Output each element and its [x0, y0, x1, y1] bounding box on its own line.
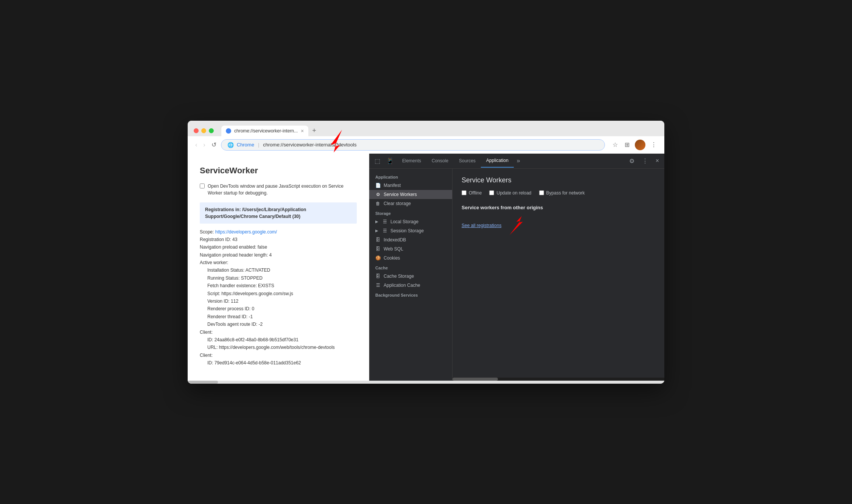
sidebar-section-background: Background Services [369, 290, 452, 299]
scope-label: Scope: [200, 229, 214, 235]
debug-checkbox-label: Open DevTools window and pause JavaScrip… [208, 183, 357, 196]
devtools-menu-button[interactable]: ⋮ [639, 155, 651, 167]
sidebar-item-session-storage[interactable]: ▶ ☰ Session Storage [369, 226, 452, 235]
update-on-reload-checkbox[interactable] [489, 190, 494, 195]
worker-line-12: DevTools agent route ID: -2 [200, 320, 357, 328]
url-bar[interactable]: 🌐 Chrome | chrome://serviceworker-intern… [221, 139, 605, 151]
browser-tab[interactable]: chrome://serviceworker-intern... × [221, 126, 308, 136]
offline-option[interactable]: Offline [462, 190, 482, 196]
worker-line-7: Fetch handler existence: EXISTS [200, 282, 357, 289]
tab-bar: chrome://serviceworker-intern... × + [221, 125, 319, 136]
tab-console[interactable]: Console [426, 154, 454, 167]
page-scrollbar [188, 381, 664, 384]
url-site: Chrome [237, 142, 254, 148]
devtools-panel: ⬚ 📱 Elements Console Sources Application… [369, 154, 664, 381]
tab-close-button[interactable]: × [301, 128, 304, 134]
manifest-icon: 📄 [375, 183, 381, 188]
devtools-sidebar: Application 📄 Manifest ⚙ Service Workers… [369, 169, 452, 381]
bypass-for-network-label: Bypass for network [546, 190, 585, 196]
web-sql-icon: 🗄 [375, 246, 381, 252]
debug-checkbox-row: Open DevTools window and pause JavaScrip… [200, 183, 357, 196]
bypass-for-network-checkbox[interactable] [539, 190, 544, 195]
other-origins-section: Service workers from other origins See a… [462, 205, 655, 237]
bypass-for-network-option[interactable]: Bypass for network [539, 190, 585, 196]
sidebar-section-application: Application [369, 172, 452, 181]
browser-toolbar-right: ☆ ⊞ ⋮ [611, 140, 658, 150]
update-on-reload-option[interactable]: Update on reload [489, 190, 531, 196]
registration-box: Registrations in: /Users/jec/Library/App… [200, 202, 357, 224]
bookmark-button[interactable]: ☆ [611, 140, 619, 150]
scope-url-link[interactable]: https://developers.google.com/ [215, 229, 277, 235]
new-tab-button[interactable]: + [309, 125, 319, 136]
worker-line-6: Running Status: STOPPED [200, 274, 357, 282]
panel-scrollbar-thumb[interactable] [452, 378, 498, 381]
sidebar-item-session-storage-label: Session Storage [390, 228, 424, 233]
sidebar-item-service-workers[interactable]: ⚙ Service Workers [369, 190, 452, 199]
worker-line-5: Installation Status: ACTIVATED [200, 266, 357, 274]
sidebar-item-web-sql-label: Web SQL [384, 246, 403, 252]
worker-line-13: Client: [200, 328, 357, 336]
reload-button[interactable]: ↺ [210, 140, 218, 150]
sidebar-item-indexeddb[interactable]: 🗄 IndexedDB [369, 235, 452, 244]
main-content: ServiceWorker Open DevTools window and p… [188, 154, 664, 381]
worker-line-8: Script: https://developers.google.com/sw… [200, 290, 357, 297]
session-storage-expand-icon: ▶ [375, 229, 378, 233]
sidebar-item-web-sql[interactable]: 🗄 Web SQL [369, 244, 452, 254]
sidebar-item-application-cache-label: Application Cache [384, 283, 420, 288]
tab-label: chrome://serviceworker-intern... [234, 128, 298, 134]
user-avatar[interactable] [635, 140, 645, 150]
see-all-registrations-link[interactable]: See all registrations [462, 223, 501, 228]
sidebar-item-clear-storage[interactable]: 🗑 Clear storage [369, 199, 452, 208]
sidebar-item-cookies-label: Cookies [384, 255, 400, 261]
browser-window: chrome://serviceworker-intern... × + ‹ ›… [188, 121, 664, 384]
sidebar-section-storage: Storage [369, 208, 452, 217]
tab-sources[interactable]: Sources [454, 154, 481, 167]
close-traffic-light[interactable] [194, 128, 199, 133]
worker-line-3: Navigation preload header length: 4 [200, 251, 357, 259]
tab-favicon [226, 128, 231, 134]
devtools-settings-button[interactable]: ⚙ [626, 155, 637, 167]
application-cache-icon: ☰ [375, 283, 381, 288]
page-scrollbar-thumb[interactable] [188, 381, 218, 384]
devtools-main-panel: Service Workers Offline Update on reload [452, 169, 664, 381]
worker-line-4: Active worker: [200, 259, 357, 266]
sidebar-item-local-storage[interactable]: ▶ ☰ Local Storage [369, 217, 452, 226]
worker-line-15: URL: https://developers.google.com/web/t… [200, 344, 357, 351]
maximize-traffic-light[interactable] [209, 128, 214, 133]
panel-scrollbar [452, 378, 664, 381]
debug-checkbox[interactable] [200, 184, 205, 188]
sidebar-item-application-cache[interactable]: ☰ Application Cache [369, 281, 452, 290]
sidebar-item-indexeddb-label: IndexedDB [384, 237, 406, 243]
sidebar-item-cache-storage[interactable]: 🗄 Cache Storage [369, 272, 452, 281]
sidebar-item-clear-storage-label: Clear storage [384, 201, 411, 206]
forward-button[interactable]: › [202, 140, 207, 150]
see-all-row: See all registrations [462, 214, 655, 237]
sidebar-item-local-storage-label: Local Storage [390, 219, 418, 224]
sidebar-item-cookies[interactable]: 🍪 Cookies [369, 254, 452, 263]
devtools-close-button[interactable]: × [653, 155, 662, 166]
sidebar-item-manifest[interactable]: 📄 Manifest [369, 181, 452, 190]
tab-elements[interactable]: Elements [397, 154, 426, 167]
url-separator: | [258, 142, 259, 148]
sidebar-item-service-workers-label: Service Workers [384, 192, 417, 197]
service-workers-icon: ⚙ [375, 192, 381, 197]
sidebar-item-manifest-label: Manifest [384, 183, 401, 188]
back-button[interactable]: ‹ [194, 140, 199, 150]
address-bar: ‹ › ↺ 🌐 Chrome | chrome://serviceworker-… [188, 136, 664, 154]
tab-application[interactable]: Application [481, 154, 514, 168]
sidebar-item-cache-storage-label: Cache Storage [384, 274, 414, 279]
chrome-menu-button[interactable]: ⋮ [649, 140, 658, 150]
worker-line-10: Renderer process ID: 0 [200, 305, 357, 313]
extensions-button[interactable]: ⊞ [623, 140, 631, 150]
clear-storage-icon: 🗑 [375, 201, 381, 206]
offline-checkbox[interactable] [462, 190, 466, 195]
sidebar-section-cache: Cache [369, 263, 452, 272]
cookies-icon: 🍪 [375, 255, 381, 261]
more-tabs-button[interactable]: » [514, 154, 523, 167]
inspect-icon-button[interactable]: ⬚ [372, 155, 383, 167]
worker-line-17: ID: 79ed914c-e064-4d5d-b58e-011add351e62 [200, 359, 357, 367]
device-icon-button[interactable]: 📱 [383, 155, 397, 167]
cache-storage-icon: 🗄 [375, 274, 381, 279]
minimize-traffic-light[interactable] [201, 128, 206, 133]
worker-line-1: Registration ID: 43 [200, 236, 357, 243]
